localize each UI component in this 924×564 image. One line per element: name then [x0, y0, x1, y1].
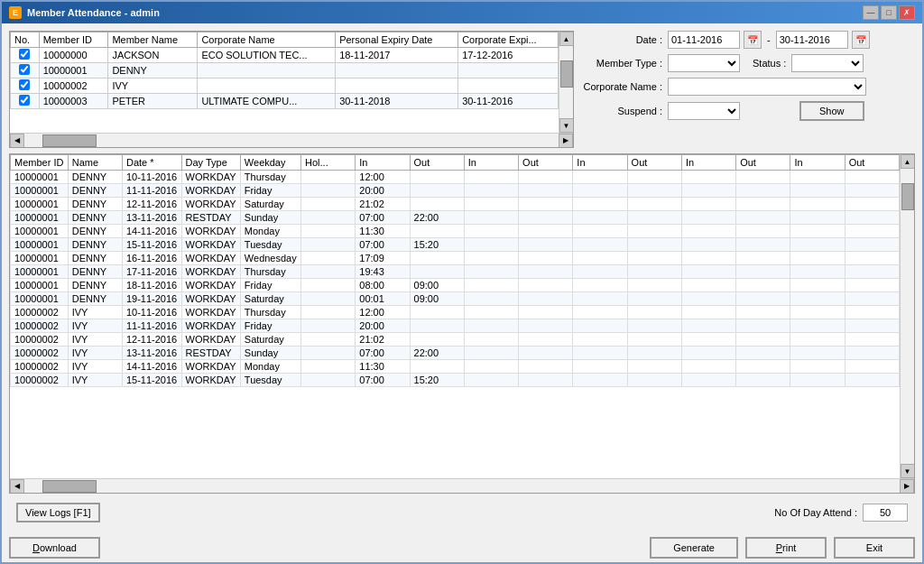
att-row-name: DENNY	[68, 184, 122, 198]
att-row-hol	[301, 333, 356, 347]
member-checkbox[interactable]	[19, 64, 30, 75]
att-scroll-thumb[interactable]	[901, 183, 914, 210]
attendance-table-row: 10000001 DENNY 12-11-2016 WORKDAY Saturd…	[11, 198, 900, 211]
member-table-row[interactable]: 10000000 JACKSON ECO SOLUTION TEC... 18-…	[11, 48, 559, 63]
scroll-left-arrow[interactable]: ◀	[10, 134, 24, 148]
scroll-h-thumb[interactable]	[42, 134, 97, 147]
date-from-calendar-icon[interactable]: 📅	[744, 31, 762, 49]
member-row-personal-expiry: 30-11-2018	[336, 94, 458, 109]
att-row-out2	[519, 279, 573, 292]
attendance-table-row: 10000001 DENNY 17-11-2016 WORKDAY Thursd…	[11, 265, 900, 279]
print-button[interactable]: Print	[745, 537, 827, 559]
att-row-out1	[410, 333, 464, 347]
member-checkbox[interactable]	[19, 79, 30, 90]
att-row-name: DENNY	[68, 211, 122, 225]
view-logs-button[interactable]: View Logs [F1]	[16, 503, 100, 522]
member-table-scrollbar-v[interactable]: ▲ ▼	[559, 32, 573, 133]
scroll-up-arrow[interactable]: ▲	[559, 32, 574, 46]
att-row-date: 10-11-2016	[122, 171, 181, 184]
att-row-out1	[410, 198, 464, 211]
show-button[interactable]: Show	[799, 101, 864, 121]
att-scroll-h-thumb[interactable]	[42, 480, 97, 493]
member-list-table: No. Member ID Member Name Corporate Name…	[10, 32, 559, 109]
att-col-hol: Hol...	[301, 155, 356, 171]
attendance-table-row: 10000002 IVY 13-11-2016 RESTDAY Sunday 0…	[11, 347, 900, 360]
member-row-checkbox-cell[interactable]	[11, 48, 40, 63]
minimize-button[interactable]: —	[863, 5, 879, 20]
att-row-out1: 15:20	[410, 374, 464, 387]
attendance-table-row: 10000001 DENNY 19-11-2016 WORKDAY Saturd…	[11, 292, 900, 306]
date-to-calendar-icon[interactable]: 📅	[852, 31, 870, 49]
att-row-weekday: Tuesday	[240, 238, 300, 252]
att-row-in4	[681, 306, 735, 319]
col-corporate-name: Corporate Name	[198, 32, 336, 48]
window-title: Member Attendance - admin	[27, 7, 160, 18]
status-select[interactable]	[791, 54, 864, 72]
attendance-scrollbar-h[interactable]: ◀ ▶	[10, 478, 914, 493]
member-row-checkbox-cell[interactable]	[11, 94, 40, 109]
att-row-out1	[410, 184, 464, 198]
exit-button[interactable]: Exit	[834, 537, 915, 559]
scroll-right-arrow[interactable]: ▶	[559, 134, 573, 148]
member-checkbox[interactable]	[19, 95, 30, 106]
suspend-select[interactable]	[668, 102, 740, 120]
corporate-name-select[interactable]: ECO SOLUTION TEC... ULTIMATE COMPU...	[668, 78, 866, 96]
att-scroll-up[interactable]: ▲	[901, 154, 915, 169]
att-row-date: 16-11-2016	[122, 252, 181, 265]
att-row-in2	[464, 198, 518, 211]
member-table-row[interactable]: 10000001 DENNY	[11, 63, 559, 79]
att-row-in4	[681, 184, 735, 198]
att-row-date: 18-11-2016	[122, 279, 181, 292]
att-row-out1	[410, 171, 464, 184]
att-row-day-type: WORKDAY	[181, 252, 240, 265]
att-row-member-id: 10000001	[11, 184, 69, 198]
att-row-weekday: Monday	[240, 225, 300, 238]
att-row-out4	[736, 360, 790, 374]
attendance-table-scroll: Member ID Name Date * Day Type Weekday H…	[10, 154, 900, 478]
attendance-table-row: 10000001 DENNY 18-11-2016 WORKDAY Friday…	[11, 279, 900, 292]
att-row-out5	[845, 374, 899, 387]
member-row-checkbox-cell[interactable]	[11, 79, 40, 94]
att-scroll-right[interactable]: ▶	[900, 479, 914, 494]
att-scroll-left[interactable]: ◀	[10, 479, 24, 494]
close-button[interactable]: ✗	[899, 5, 915, 20]
att-row-hol	[301, 306, 356, 319]
att-row-out5	[845, 171, 899, 184]
att-row-hol	[301, 171, 356, 184]
att-row-in4	[681, 347, 735, 360]
att-row-in1: 11:30	[356, 360, 410, 374]
att-row-in4	[681, 374, 735, 387]
member-checkbox[interactable]	[19, 49, 30, 60]
date-from-input[interactable]	[668, 31, 740, 49]
att-row-in4	[681, 279, 735, 292]
attendance-scrollbar-v[interactable]: ▲ ▼	[900, 154, 914, 478]
att-row-out2	[519, 252, 573, 265]
att-row-in3	[573, 333, 627, 347]
maximize-button[interactable]: □	[881, 5, 897, 20]
att-row-date: 11-11-2016	[122, 319, 181, 333]
att-row-in2	[464, 225, 518, 238]
col-personal-expiry: Personal Expiry Date	[336, 32, 458, 48]
date-to-input[interactable]	[776, 31, 848, 49]
member-type-select[interactable]	[668, 54, 740, 72]
att-scroll-down[interactable]: ▼	[901, 464, 915, 478]
att-col-in3: In	[573, 155, 627, 171]
generate-button[interactable]: Generate	[650, 537, 738, 559]
attendance-table-row: 10000002 IVY 15-11-2016 WORKDAY Tuesday …	[11, 374, 900, 387]
att-row-member-id: 10000001	[11, 198, 69, 211]
att-row-day-type: WORKDAY	[181, 238, 240, 252]
member-table-scrollbar-h[interactable]: ◀ ▶	[10, 133, 573, 147]
member-row-checkbox-cell[interactable]	[11, 63, 40, 79]
no-of-day-label: No Of Day Attend :	[774, 507, 857, 518]
att-row-out1	[410, 225, 464, 238]
scroll-thumb[interactable]	[560, 60, 573, 88]
att-row-in4	[681, 198, 735, 211]
member-table-row[interactable]: 10000003 PETER ULTIMATE COMPU... 30-11-2…	[11, 94, 559, 109]
member-table-row[interactable]: 10000002 IVY	[11, 79, 559, 94]
download-button[interactable]: Download	[9, 537, 100, 559]
att-row-in1: 07:00	[356, 374, 410, 387]
att-row-out2	[519, 306, 573, 319]
att-row-out3	[627, 347, 681, 360]
att-row-out5	[845, 225, 899, 238]
scroll-down-arrow[interactable]: ▼	[559, 118, 574, 133]
